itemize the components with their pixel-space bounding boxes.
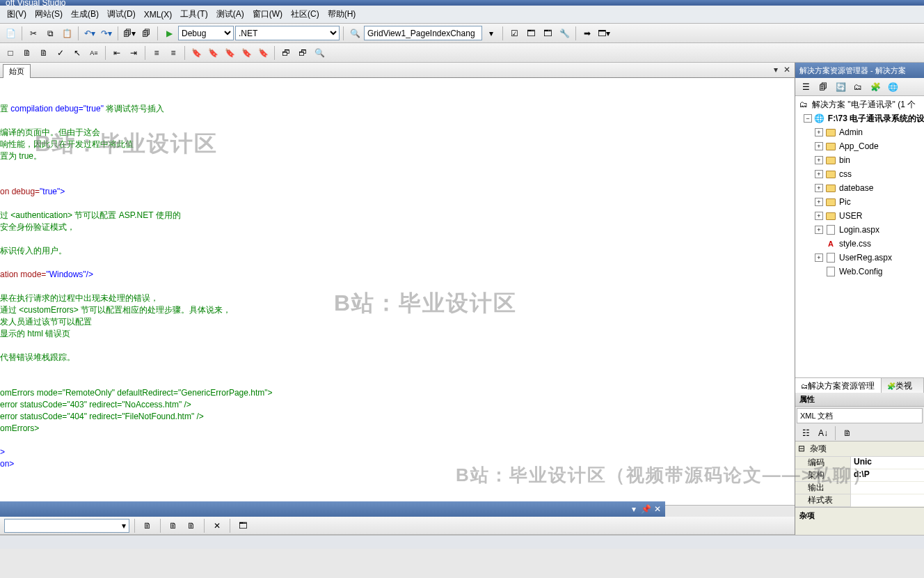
menu-window[interactable]: 窗口(W) (248, 6, 287, 22)
navigate-forward-icon[interactable]: 🗐 (138, 26, 154, 41)
tool-icon[interactable]: ✕ (209, 518, 225, 533)
expand-icon[interactable]: + (815, 170, 823, 178)
tool-icon[interactable]: ☑ (507, 26, 522, 41)
view-code-icon[interactable]: 🧩 (868, 79, 883, 95)
show-all-files-icon[interactable]: 🗐 (815, 79, 831, 95)
tab-menu-dropdown-icon[interactable]: ▾ (771, 65, 781, 75)
menu-view[interactable]: 图(V) (3, 6, 31, 22)
menu-tools[interactable]: 工具(T) (176, 6, 212, 22)
expand-icon[interactable]: + (815, 198, 823, 206)
select-icon[interactable]: ✓ (53, 45, 68, 61)
bookmark-icon[interactable]: 🔖 (255, 45, 271, 61)
cursor-icon[interactable]: ↖ (70, 45, 85, 61)
collapse-icon[interactable]: − (804, 114, 812, 123)
menu-help[interactable]: 帮助(H) (324, 6, 360, 22)
tool-icon[interactable]: 🗎 (36, 45, 51, 61)
property-row[interactable]: 样式表 (795, 494, 924, 507)
bookmark-icon[interactable]: 🔖 (189, 45, 204, 61)
text-icon[interactable]: A≡ (86, 45, 102, 61)
expand-icon[interactable]: + (815, 212, 823, 220)
code-editor[interactable]: 置 compilation debug="true" 将调试符号插入 编译的页面… (0, 78, 795, 505)
menu-xml[interactable]: XML(X) (140, 8, 177, 22)
property-pages-icon[interactable]: 🗎 (840, 425, 855, 441)
document-tab[interactable]: 始页 (3, 64, 31, 78)
property-value[interactable] (851, 482, 924, 494)
menu-community[interactable]: 社区(C) (287, 6, 324, 22)
properties-category[interactable]: ⊟ 杂项 (795, 442, 924, 457)
tool-icon[interactable]: 🗎 (140, 518, 155, 533)
expand-icon[interactable]: + (815, 226, 823, 234)
navigate-back-icon[interactable]: 🗐▾ (122, 26, 137, 41)
tree-item[interactable]: +datebase (795, 181, 924, 195)
tool-icon[interactable]: 🗎 (19, 45, 35, 61)
expand-icon[interactable]: + (815, 142, 823, 150)
tree-item[interactable]: +App_Code (795, 139, 924, 153)
menu-test[interactable]: 测试(A) (212, 6, 248, 22)
close-icon[interactable]: ✕ (653, 504, 662, 514)
bookmark-icon[interactable]: 🔖 (205, 45, 221, 61)
decrease-indent-icon[interactable]: ⇤ (109, 45, 125, 61)
comment-icon[interactable]: ≡ (149, 45, 164, 61)
cut-icon[interactable]: ✂ (26, 26, 41, 41)
bookmark-icon[interactable]: 🔖 (239, 45, 254, 61)
properties-object-selector[interactable]: XML 文档 (797, 408, 923, 423)
property-row[interactable]: 输出 (795, 482, 924, 494)
tree-item[interactable]: +Pic (795, 195, 924, 209)
close-document-icon[interactable]: ✕ (782, 65, 792, 75)
tab-solution-explorer[interactable]: 🗂解决方案资源管理器 (795, 378, 882, 393)
tool-icon[interactable]: 🔍 (312, 45, 327, 61)
refresh-icon[interactable]: 🔄 (833, 79, 848, 95)
menu-website[interactable]: 网站(S) (31, 6, 67, 22)
tree-item[interactable]: +bin (795, 153, 924, 167)
tool-icon[interactable]: 🗎 (166, 518, 181, 533)
redo-icon[interactable]: ↷▾ (99, 26, 114, 41)
menu-debug[interactable]: 调试(D) (103, 6, 140, 22)
tree-item[interactable]: +Login.aspx (795, 223, 924, 237)
bookmark-icon[interactable]: 🔖 (222, 45, 237, 61)
expand-icon[interactable]: + (815, 128, 823, 136)
paste-icon[interactable]: 📋 (59, 26, 74, 41)
expand-icon[interactable]: + (815, 253, 823, 262)
tool-icon[interactable]: 🗗 (295, 45, 310, 61)
property-value[interactable]: Unic (851, 457, 924, 469)
tool-icon[interactable]: 🗎 (184, 518, 199, 533)
tool-icon[interactable]: 🗔 (523, 26, 539, 41)
copy-icon[interactable]: ⧉ (42, 26, 58, 41)
properties-icon[interactable]: ☰ (798, 79, 813, 95)
tree-item[interactable]: +USER (795, 209, 924, 223)
uncomment-icon[interactable]: ≡ (166, 45, 181, 61)
tool-icon[interactable]: 🗔 (235, 518, 250, 533)
menu-build[interactable]: 生成(B) (67, 6, 103, 22)
solution-tree[interactable]: 🗂 解决方案 "电子通讯录" (1 个 − 🌐 F:\73 电子通讯录系统的设 … (795, 96, 924, 377)
project-node[interactable]: − 🌐 F:\73 电子通讯录系统的设 (795, 111, 924, 125)
pane-dropdown-icon[interactable]: ▾ (629, 504, 639, 514)
expand-icon[interactable]: + (815, 184, 823, 192)
collapse-icon[interactable]: ⊟ (798, 444, 805, 453)
pin-icon[interactable]: 📌 (641, 504, 651, 514)
tool-icon[interactable]: 🗔 (540, 26, 555, 41)
output-source-dropdown[interactable]: ▾ (4, 519, 129, 533)
start-debug-icon[interactable]: ▶ (161, 26, 177, 41)
tool-icon[interactable]: □ (3, 45, 18, 61)
find-combobox[interactable] (364, 26, 482, 40)
tree-item[interactable]: +Admin (795, 125, 924, 139)
tree-item[interactable]: +UserReg.aspx (795, 251, 924, 265)
tab-class-view[interactable]: 🧩类视图 (882, 378, 924, 393)
tool-icon[interactable]: ➡ (580, 26, 595, 41)
solution-node[interactable]: 🗂 解决方案 "电子通讯录" (1 个 (795, 97, 924, 111)
tree-item[interactable]: +css (795, 167, 924, 181)
property-row[interactable]: 架构d:\P (795, 469, 924, 482)
tool-icon[interactable]: 🔧 (557, 26, 572, 41)
property-value[interactable]: d:\P (851, 469, 924, 482)
tool-icon[interactable]: 🗗 (278, 45, 294, 61)
alphabetical-icon[interactable]: A↓ (815, 425, 831, 441)
undo-icon[interactable]: ↶▾ (82, 26, 97, 41)
categorized-icon[interactable]: ☷ (798, 425, 813, 441)
platform-dropdown[interactable]: .NET (235, 26, 340, 40)
new-project-icon[interactable]: 📄 (3, 26, 18, 41)
copy-website-icon[interactable]: 🌐 (885, 79, 900, 95)
tool-icon[interactable]: 🗖▾ (596, 26, 612, 41)
tree-item[interactable]: Astyle.css (795, 237, 924, 251)
increase-indent-icon[interactable]: ⇥ (126, 45, 141, 61)
find-dropdown-icon[interactable]: ▾ (484, 26, 499, 41)
